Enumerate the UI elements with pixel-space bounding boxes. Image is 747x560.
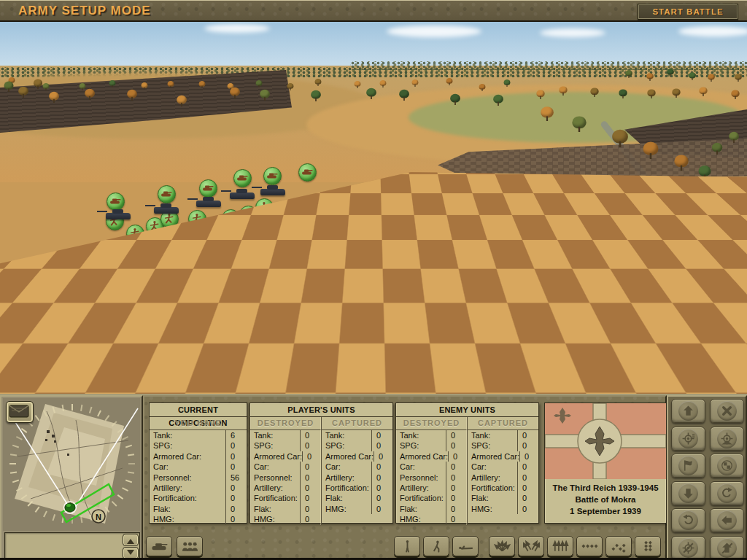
tree	[43, 83, 50, 90]
tank-model[interactable]	[196, 201, 221, 207]
up-arrow-button[interactable]	[671, 399, 705, 423]
tree	[311, 90, 321, 101]
infantry-unit-icon[interactable]	[341, 223, 359, 241]
delete-unit-button[interactable]	[710, 399, 744, 423]
infantry-unit-icon[interactable]	[255, 198, 274, 217]
down-arrow-button[interactable]	[671, 481, 705, 505]
infantry-unit-icon[interactable]	[226, 222, 244, 240]
battle-info-line: 1 September 1939	[545, 505, 666, 517]
column-header: DESTROYED	[250, 417, 321, 430]
soldier-model[interactable]	[233, 293, 236, 299]
map-envelope-button[interactable]	[6, 401, 34, 423]
infantry-unit-icon[interactable]	[278, 214, 296, 233]
tank-unit-icon[interactable]	[298, 163, 317, 182]
soldier-model[interactable]	[242, 265, 244, 271]
rotate-cw-button[interactable]	[710, 481, 744, 505]
checker-button[interactable]	[710, 454, 744, 478]
infantry-unit-icon[interactable]	[268, 232, 287, 250]
tank-filter-button[interactable]	[146, 536, 172, 556]
tank-unit-icon[interactable]	[263, 167, 282, 185]
envelope-icon[interactable]	[20, 349, 51, 373]
cloud	[204, 24, 270, 33]
minimap-panel: N	[0, 395, 143, 560]
formation-echelon-button[interactable]	[605, 536, 632, 556]
tank-model[interactable]	[260, 189, 285, 195]
soldier-model[interactable]	[409, 251, 411, 257]
stat-row: Artillery:0	[396, 483, 467, 493]
infantry-unit-icon[interactable]	[188, 210, 206, 228]
soldier-model[interactable]	[252, 276, 255, 281]
scroll-down-button[interactable]	[123, 547, 139, 559]
tree	[18, 87, 28, 98]
tree	[50, 91, 60, 102]
battle-info: The Third Reich 1939-1945 Battle of Mokr…	[545, 482, 666, 517]
infantry-unit-icon[interactable]	[251, 234, 269, 252]
no-target-button[interactable]	[671, 536, 705, 560]
soldier-model[interactable]	[352, 235, 354, 241]
soldier-model[interactable]	[340, 245, 342, 251]
soldier-model[interactable]	[146, 276, 148, 281]
target-sector-button[interactable]	[710, 427, 744, 451]
target-range-button[interactable]	[671, 427, 705, 451]
tank-model[interactable]	[154, 207, 179, 214]
stat-row: Flak:0	[322, 493, 392, 503]
soldier-model[interactable]	[290, 289, 293, 295]
soldier-model[interactable]	[465, 235, 467, 241]
tank-model[interactable]	[106, 213, 131, 219]
stat-row: Fortification:0	[322, 483, 392, 493]
stance-stand-button[interactable]	[394, 536, 420, 556]
soldier-model[interactable]	[324, 254, 326, 260]
soldier-model[interactable]	[306, 283, 309, 289]
formation-row-button[interactable]	[576, 536, 603, 556]
soldier-model[interactable]	[166, 296, 169, 302]
soldier-model[interactable]	[177, 303, 179, 309]
infantry-filter-button[interactable]	[177, 536, 203, 556]
stance-prone-button[interactable]	[452, 536, 479, 556]
tank-model[interactable]	[294, 206, 319, 212]
tree	[646, 73, 654, 81]
tree	[4, 82, 14, 92]
tree	[34, 79, 42, 90]
tree	[256, 80, 263, 88]
enemy-units-table: ENEMY UNITS DESTROYED Tank:0SPG:0Armored…	[395, 402, 539, 524]
flag-button[interactable]	[671, 454, 705, 478]
formation-fan-button[interactable]	[489, 536, 515, 556]
stat-row: Car:0	[322, 462, 392, 472]
infantry-unit-icon[interactable]	[174, 245, 192, 263]
soldier-model[interactable]	[222, 280, 225, 286]
rotate-ccw-button[interactable]	[671, 508, 705, 532]
tree	[450, 93, 460, 104]
tank-unit-icon[interactable]	[233, 169, 252, 187]
tank-unit-icon[interactable]	[158, 185, 176, 203]
column-header: CAPTURED	[468, 417, 538, 430]
battlefield-viewport[interactable]: Orders received: Drive the Polish troops…	[0, 22, 747, 394]
tank-unit-icon[interactable]	[199, 179, 217, 198]
soldier-model[interactable]	[552, 245, 554, 251]
soldier-model[interactable]	[136, 265, 138, 271]
current-composition-table: CURRENT COMPOSITION YOU HAVE Tank:6SPG:0…	[149, 402, 247, 524]
army-setup-screen: ARMY SETUP MODE START BATTLE	[0, 0, 747, 560]
left-arrow-button[interactable]	[710, 508, 744, 532]
infantry-unit-icon[interactable]	[219, 241, 237, 260]
scroll-up-button[interactable]	[123, 534, 139, 546]
tree	[142, 82, 148, 90]
formation-arrows-button[interactable]	[547, 536, 573, 556]
start-battle-button[interactable]: START BATTLE	[638, 4, 738, 20]
stat-row: Tank:6	[150, 430, 247, 440]
soldier-model[interactable]	[379, 287, 382, 293]
formation-column-button[interactable]	[635, 536, 661, 556]
stat-row: Artillery:0	[468, 472, 538, 483]
infantry-unit-icon[interactable]	[202, 244, 220, 262]
soldier-model[interactable]	[499, 251, 501, 257]
no-move-button[interactable]	[710, 536, 744, 560]
formation-wedge-button[interactable]	[518, 536, 544, 556]
tank-model[interactable]	[230, 192, 255, 199]
infantry-unit-icon[interactable]	[151, 247, 169, 265]
stance-kneel-button[interactable]	[423, 536, 449, 556]
infantry-unit-icon[interactable]	[300, 229, 318, 247]
orders-message-line1: Orders received: Drive the Polish troops…	[55, 350, 303, 362]
soldier-model[interactable]	[156, 286, 158, 292]
column-header: DESTROYED	[396, 417, 467, 430]
tank-unit-icon[interactable]	[107, 192, 125, 211]
tree	[446, 78, 453, 85]
